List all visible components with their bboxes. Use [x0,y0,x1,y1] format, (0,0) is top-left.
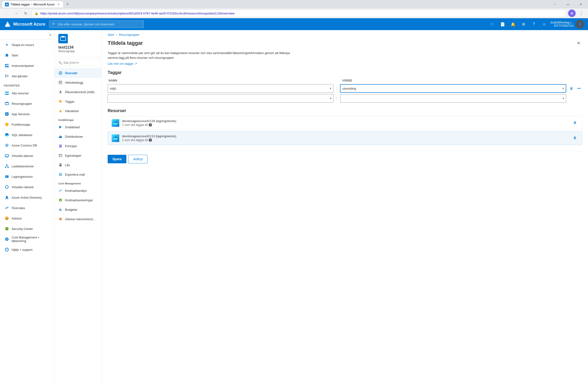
sidebar-item-cost-management[interactable]: $ Cost Management + fakturering [0,234,54,244]
cost-alerts-icon: $ [58,198,63,202]
middle-nav-cost-analysis[interactable]: Kostnadsanalys [55,186,102,195]
new-tab-button[interactable]: + [64,1,71,8]
col-sep-header [335,79,339,82]
help-icon[interactable]: ? [530,20,538,28]
middle-nav-deployments-label: Distributioner [65,135,83,139]
sidebar-item-all-services[interactable]: Alla tjänster [0,71,54,81]
forward-button[interactable]: → [12,9,20,17]
tags-panel-close-button[interactable]: ✕ [575,39,582,47]
cancel-button[interactable]: Avbryt [128,155,147,163]
svg-text:⚡: ⚡ [5,123,9,126]
azure-logo[interactable]: Microsoft Azure [4,20,45,28]
breadcrumb-resourcegroups[interactable]: Resursgrupper [119,33,139,37]
middle-nav-cost-alerts[interactable]: $ Kostnadsaviseringar [55,195,102,205]
middle-nav-export-template[interactable]: Exportera mall [55,170,102,179]
feedback-icon[interactable]: 📄 [498,20,507,28]
browser-tab[interactable]: Tilldela taggar – Microsoft Azure ✕ [2,1,63,8]
minimize-button[interactable]: ─ [550,1,561,8]
cost-management-icon: $ [4,237,9,242]
sidebar-item-advisor[interactable]: 💡 Advisor [0,213,54,223]
middle-nav-events-label: Händelser [65,109,79,113]
search-icon: 🔍 [52,22,56,26]
tag-more-button-1[interactable]: ••• [576,85,582,92]
save-button[interactable]: Spara [108,155,126,163]
sidebar-securitycenter-label: Security Center [12,227,33,231]
resource-item-1[interactable]: devstorageaccount1134 (lagringskonto) 1 … [108,116,582,130]
sidebar-item-dashboard[interactable]: Instrumentpanel [0,61,54,71]
middle-nav-iam[interactable]: Åtkomstkontroll (IAM) [55,87,102,97]
sidebar-item-functions[interactable]: ⚡ Funktionsapp [0,119,54,130]
middle-nav-deployments[interactable]: Distributioner [55,132,102,141]
tab-close-button[interactable]: ✕ [56,3,60,6]
col-value-header: VÄRDE [341,79,566,82]
svg-text:🛡: 🛡 [6,227,8,230]
middle-nav-properties[interactable]: Egenskaper [55,151,102,160]
sidebar-item-help[interactable]: ? Hjälp + support [0,244,54,255]
middle-nav-locks[interactable]: Lås [55,160,102,170]
svg-marker-0 [6,3,8,5]
sidebar-item-azure-ad[interactable]: Azure Active Directory [0,192,54,203]
tag-name-dropdown-2[interactable]: ▾ [108,94,334,103]
back-button[interactable]: ← [3,9,10,17]
sidebar-item-virtual-networks[interactable]: Virtuella nätverk [0,182,54,192]
storage-icon-2 [112,134,119,142]
browser-profile-button[interactable]: A [568,9,576,17]
user-info[interactable]: du@dittforetag.c... DITTFÖRETAG [550,21,574,27]
middle-nav-advisor-recommendations[interactable]: Advisor-rekommend... [55,214,102,224]
resource-item-2[interactable]: devstorageaccount2113 (lagringskonto) 1 … [108,131,582,145]
sidebar-item-virtual-machines[interactable]: Virtuella datorer [0,151,54,161]
sidebar-item-load-balancers[interactable]: Lastbalanserare [0,161,54,171]
tag-delete-button-1[interactable]: 🗑 [568,85,575,92]
sidebar-item-resource-groups[interactable]: Resursgrupper [0,98,54,109]
properties-icon [58,153,63,158]
svg-point-78 [59,218,62,221]
rg-icon [58,34,68,43]
middle-nav-quickstart[interactable]: Snabbstart [55,122,102,132]
sidebar-item-create-resource[interactable]: + Skapa en resurs [0,40,54,50]
reload-button[interactable]: ↻ [22,9,29,17]
sidebar-item-security-center[interactable]: 🛡 Security Center [0,223,54,234]
svg-rect-10 [5,76,6,77]
cloud-shell-icon[interactable]: □ [488,20,497,28]
resource-1-sub: 1 som ska läggas till i [122,123,569,127]
sidebar-item-storage[interactable]: Lagringskonton [0,171,54,182]
settings-icon[interactable]: ⚙ [519,20,528,28]
tag-row-1-actions: 🗑 ••• [568,85,582,92]
svg-rect-12 [5,92,9,92]
resource-2-delete-button[interactable]: 🗑 [572,134,578,141]
middle-nav-policies[interactable]: Principer [55,141,102,151]
breadcrumb-start[interactable]: Start [108,33,114,37]
middle-nav-activity-log[interactable]: Aktivitetslogg [55,78,102,87]
tag-value-dropdown-1[interactable]: utveckling ▾ [340,84,566,93]
close-button[interactable]: ✕ [575,1,586,8]
sidebar-item-sql-databases[interactable]: SQL-databaser [0,130,54,140]
tag-value-dropdown-2[interactable]: ▾ [340,94,566,103]
col-actions-header [568,79,582,82]
resource-1-delete-button[interactable]: 🗑 [572,119,578,126]
maximize-button[interactable]: ▭ [562,1,573,8]
middle-nav-events[interactable]: Händelser [55,106,102,116]
address-bar[interactable]: 🔒 https://portal.azure.com/#@yourcompany… [31,9,566,17]
collapse-button[interactable]: « [49,33,51,37]
sidebar-item-all-resources[interactable]: Alla resurser [0,88,54,98]
middle-nav-tags[interactable]: Taggar [55,97,102,106]
search-icon: 🔍 [58,61,62,64]
sidebar-item-cosmos-db[interactable]: Azure Cosmos DB [0,140,54,151]
middle-nav-overview[interactable]: Översikt [55,68,102,78]
tag-row-2: ▾ : ▾ [108,94,582,103]
middle-search-input[interactable] [56,59,100,66]
url-text: https://portal.azure.com/#@yourcompany/r… [40,12,563,15]
sidebar-item-monitor[interactable]: Övervaka [0,203,54,213]
learn-more-link[interactable]: Läs mer om taggar ↗ [108,62,137,65]
middle-search[interactable]: 🔍 [56,59,100,66]
sidebar-item-app-services[interactable]: A App Services [0,109,54,119]
azure-search-bar[interactable]: 🔍 Sök efter resurser, tjänster och dokum… [49,20,144,28]
tag-name-dropdown-1[interactable]: miljö ▾ [108,84,333,93]
notification-icon[interactable]: 🔔 [509,20,517,28]
sidebar-item-start[interactable]: Start [0,50,54,61]
middle-nav-budgets[interactable]: Budgetar [55,205,102,214]
browser-menu-button[interactable]: ⋮ [578,9,585,17]
svg-point-23 [5,135,9,137]
user-avatar[interactable]: 👤 [576,20,584,28]
smiley-icon[interactable]: ☺ [540,20,549,28]
